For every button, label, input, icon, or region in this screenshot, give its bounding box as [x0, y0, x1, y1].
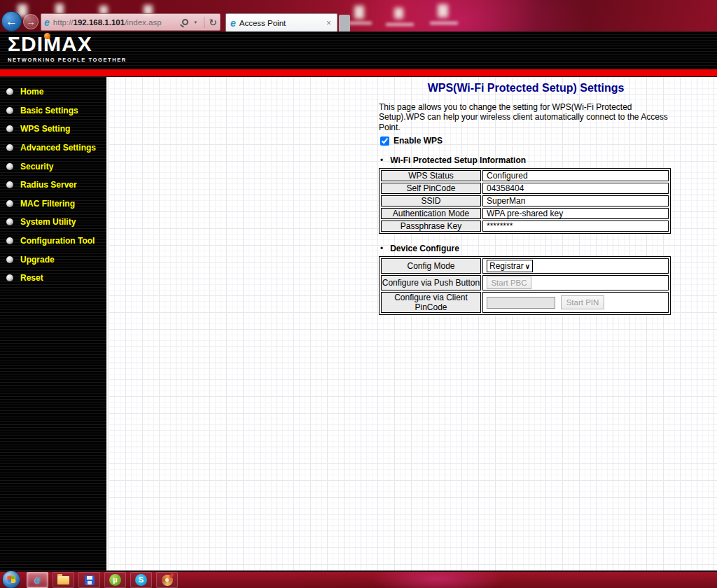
ie-page-icon: e [44, 18, 50, 27]
browser-forward-button[interactable]: → [23, 14, 39, 29]
sidebar-item-label: Reset [20, 273, 43, 283]
sidebar-item-mac-filtering[interactable]: MAC Filtering [0, 195, 106, 214]
row-label: Authentication Mode [381, 208, 481, 219]
sidebar-item-system-utility[interactable]: System Utility [0, 213, 106, 232]
ie-tab-icon: e [230, 18, 236, 28]
refresh-icon[interactable]: ↻ [204, 17, 217, 28]
row-value: SuperMan [482, 195, 669, 206]
sidebar-item-reset[interactable]: Reset [0, 269, 106, 288]
logo-tagline: NETWORKING PEOPLE TOGETHER [8, 57, 127, 63]
row-label: WPS Status [381, 170, 481, 181]
sidebar-item-basic-settings[interactable]: Basic Settings [0, 102, 106, 120]
taskbar-item-explorer[interactable] [53, 572, 74, 588]
device-configure-table: Config Mode Registrar ∨ Configure via Pu… [379, 256, 671, 315]
row-label: Config Mode [381, 258, 481, 274]
sidebar-item-advanced-settings[interactable]: Advanced Settings [0, 139, 106, 158]
sidebar-item-label: Security [20, 162, 53, 172]
enable-wps-label: Enable WPS [394, 136, 443, 146]
config-mode-select[interactable]: Registrar ∨ [487, 260, 533, 272]
internet-explorer-icon: e [34, 574, 41, 587]
page-title: WPS(Wi-Fi Protected Setup) Settings [379, 82, 673, 94]
paint-icon [162, 575, 173, 586]
row-value: ******** [482, 220, 669, 232]
skype-icon: S [135, 574, 147, 586]
logo-dot-icon [44, 33, 50, 39]
row-label: SSID [381, 195, 481, 206]
table-row: Authentication Mode WPA pre-shared key [381, 208, 669, 219]
tab-access-point[interactable]: e Access Point × [225, 13, 337, 31]
url-text: http://192.168.1.101/index.asp [53, 18, 181, 27]
sidebar-item-upgrade[interactable]: Upgrade [0, 250, 106, 269]
edimax-logo: ΣDIMAX NETWORKING PEOPLE TOGETHER [8, 34, 127, 63]
logo-text: ΣDIMAX [8, 34, 127, 55]
table-row: Self PinCode 04358404 [381, 183, 669, 194]
taskbar-item-utorrent[interactable]: µ [104, 572, 126, 588]
table-row: WPS Status Configured [381, 170, 669, 181]
close-icon[interactable]: × [325, 18, 333, 28]
start-pbc-button[interactable]: Start PBC [487, 276, 531, 289]
content-area: WPS(Wi-Fi Protected Setup) Settings This… [109, 77, 717, 570]
browser-back-button[interactable]: ← [1, 11, 22, 31]
browser-viewport: ΣDIMAX NETWORKING PEOPLE TOGETHER Home B… [0, 31, 717, 570]
sidebar-nav: Home Basic Settings WPS Setting Advanced… [0, 77, 109, 570]
address-bar[interactable]: e http://192.168.1.101/index.asp ▼ ↻ [41, 13, 221, 31]
taskbar-item-paint[interactable] [156, 572, 178, 588]
table-row: Config Mode Registrar ∨ [381, 258, 669, 274]
enable-wps-row: Enable WPS [380, 136, 673, 146]
sidebar-item-label: System Utility [20, 217, 76, 227]
taskbar-item-save[interactable] [78, 572, 100, 588]
bullet-icon [6, 237, 13, 244]
sidebar-item-label: Radius Server [20, 180, 77, 190]
bullet-icon [6, 256, 13, 263]
section-title: Wi-Fi Protected Setup Information [390, 155, 526, 165]
sidebar-item-configuration-tool[interactable]: Configuration Tool [0, 232, 106, 251]
taskbar-item-internet-explorer[interactable]: e [27, 572, 48, 588]
sidebar-item-label: Advanced Settings [20, 143, 96, 153]
sidebar-item-label: Home [20, 87, 43, 97]
chevron-down-icon[interactable]: ▼ [193, 20, 197, 24]
screen: ← → e http://192.168.1.101/index.asp ▼ ↻… [0, 0, 717, 588]
taskbar: e µ S [0, 570, 717, 588]
search-icon[interactable] [182, 19, 188, 25]
bullet-icon [6, 200, 13, 207]
browser-chrome: ← → e http://192.168.1.101/index.asp ▼ ↻… [0, 0, 717, 31]
red-accent-bar [0, 69, 717, 77]
chevron-down-icon: ∨ [525, 262, 530, 270]
taskbar-item-skype[interactable]: S [130, 572, 152, 588]
bullet-icon: • [380, 155, 383, 165]
wps-info-table: WPS Status Configured Self PinCode 04358… [379, 168, 671, 234]
info-section-heading: • Wi-Fi Protected Setup Information [380, 155, 673, 165]
bullet-icon [6, 88, 13, 95]
url-prefix: http:// [53, 18, 74, 27]
page-description: This page allows you to change the setti… [379, 102, 673, 132]
client-pincode-input[interactable] [487, 297, 555, 309]
row-value: 04358404 [482, 183, 669, 194]
utorrent-icon: µ [109, 574, 121, 586]
sidebar-item-label: WPS Setting [20, 124, 70, 134]
sidebar-item-label: MAC Filtering [20, 199, 75, 209]
new-tab-button[interactable] [339, 15, 350, 31]
start-button[interactable] [2, 570, 20, 588]
sidebar-item-security[interactable]: Security [0, 157, 106, 176]
device-section-heading: • Device Configure [380, 244, 673, 253]
bullet-icon [6, 274, 13, 281]
table-row: Passphrase Key ******** [381, 220, 669, 232]
sidebar-item-radius-server[interactable]: Radius Server [0, 176, 106, 195]
site-header: ΣDIMAX NETWORKING PEOPLE TOGETHER [0, 31, 717, 69]
url-path: /index.asp [125, 18, 161, 27]
bullet-icon [6, 125, 13, 132]
row-label: Configure via Push Button [381, 275, 481, 290]
sidebar-item-label: Basic Settings [20, 106, 78, 115]
row-label: Passphrase Key [381, 220, 481, 232]
floppy-disk-icon [85, 575, 95, 585]
row-value: WPA pre-shared key [482, 208, 669, 219]
table-row: Configure via Client PinCode Start PIN [381, 292, 669, 313]
folder-icon [57, 576, 69, 584]
row-label: Configure via Client PinCode [381, 292, 481, 313]
start-pin-button[interactable]: Start PIN [561, 295, 604, 309]
sidebar-item-wps-setting[interactable]: WPS Setting [0, 120, 106, 139]
sidebar-item-home[interactable]: Home [0, 83, 106, 102]
tab-title: Access Point [239, 19, 325, 27]
enable-wps-checkbox[interactable] [380, 136, 389, 146]
bullet-icon [6, 181, 13, 188]
